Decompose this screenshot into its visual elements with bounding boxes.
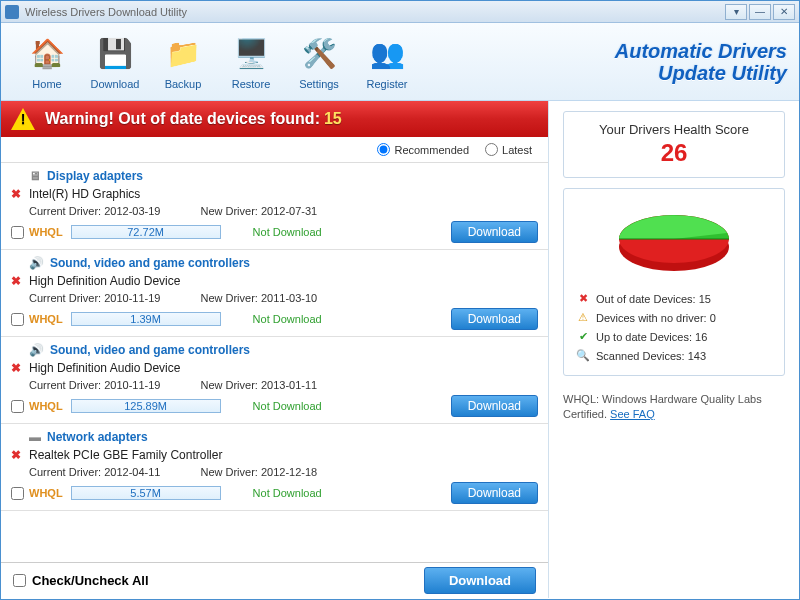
current-driver: Current Driver: 2010-11-19 — [29, 379, 160, 391]
pie-chart — [609, 207, 739, 277]
radio-latest[interactable]: Latest — [485, 143, 532, 156]
device-checkbox[interactable] — [11, 487, 24, 500]
device-dates: Current Driver: 2012-04-11New Driver: 20… — [11, 466, 538, 478]
current-driver: Current Driver: 2010-11-19 — [29, 292, 160, 304]
download-label: Download — [91, 78, 140, 90]
category-label: Network adapters — [47, 430, 148, 444]
titlebar: Wireless Drivers Download Utility ▾ — ✕ — [1, 1, 799, 23]
download-button[interactable]: 💾Download — [81, 34, 149, 90]
filter-bar: Recommended Latest — [1, 137, 548, 163]
device-name: High Definition Audio Device — [29, 361, 180, 375]
restore-button[interactable]: 🖥️Restore — [217, 34, 285, 90]
restore-label: Restore — [232, 78, 271, 90]
whql-badge: WHQL — [29, 487, 63, 499]
backup-label: Backup — [165, 78, 202, 90]
restore-icon: 🖥️ — [231, 34, 271, 74]
download-icon: 💾 — [95, 34, 135, 74]
category-icon: 🔊 — [29, 256, 44, 270]
whql-badge: WHQL — [29, 313, 63, 325]
check-icon: ✔ — [576, 330, 590, 343]
device-name: Intel(R) HD Graphics — [29, 187, 140, 201]
settings-label: Settings — [299, 78, 339, 90]
register-label: Register — [367, 78, 408, 90]
right-pane: Your Drivers Health Score 26 ✖Out of dat… — [549, 101, 799, 598]
whql-note: WHQL: Windows Hardware Quality Labs Cert… — [563, 392, 785, 423]
stat-outofdate-text: Out of date Devices: 15 — [596, 293, 711, 305]
radio-latest-input[interactable] — [485, 143, 498, 156]
warning-icon: ⚠ — [576, 311, 590, 324]
device-item: ▬Network adapters✖Realtek PCIe GBE Famil… — [1, 424, 548, 511]
new-driver: New Driver: 2012-12-18 — [200, 466, 317, 478]
register-button[interactable]: 👥Register — [353, 34, 421, 90]
download-all-button[interactable]: Download — [424, 567, 536, 594]
device-item: 🖥Display adapters✖Intel(R) HD GraphicsCu… — [1, 163, 548, 250]
current-driver: Current Driver: 2012-03-19 — [29, 205, 160, 217]
download-status: Not Download — [253, 400, 322, 412]
device-dates: Current Driver: 2010-11-19New Driver: 20… — [11, 292, 538, 304]
device-dates: Current Driver: 2012-03-19New Driver: 20… — [11, 205, 538, 217]
minimize-button[interactable]: — — [749, 4, 771, 20]
device-category: ▬Network adapters — [11, 430, 538, 444]
faq-link[interactable]: See FAQ — [610, 408, 655, 420]
download-item-button[interactable]: Download — [451, 221, 538, 243]
left-pane: ! Warning! Out of date devices found: 15… — [1, 101, 549, 598]
device-list[interactable]: 🖥Display adapters✖Intel(R) HD GraphicsCu… — [1, 163, 548, 562]
check-all[interactable]: Check/Uncheck All — [13, 573, 149, 588]
download-item-button[interactable]: Download — [451, 308, 538, 330]
window-title: Wireless Drivers Download Utility — [25, 6, 723, 18]
settings-icon: 🛠️ — [299, 34, 339, 74]
warning-text: Warning! Out of date devices found: — [45, 110, 320, 128]
close-button[interactable]: ✕ — [773, 4, 795, 20]
home-icon: 🏠 — [27, 34, 67, 74]
toolbar: 🏠Home 💾Download 📁Backup 🖥️Restore 🛠️Sett… — [1, 23, 799, 101]
size-bar: 72.72M — [71, 225, 221, 239]
device-checkbox[interactable] — [11, 400, 24, 413]
stat-uptodate: ✔Up to date Devices: 16 — [576, 327, 772, 346]
whql-badge: WHQL — [29, 400, 63, 412]
stat-scanned-text: Scanned Devices: 143 — [596, 350, 706, 362]
stat-nodriver-text: Devices with no driver: 0 — [596, 312, 716, 324]
outdated-icon: ✖ — [11, 448, 21, 462]
download-item-button[interactable]: Download — [451, 482, 538, 504]
app-icon — [5, 5, 19, 19]
whql-note-text: WHQL: Windows Hardware Quality Labs Cert… — [563, 393, 762, 420]
stats-list: ✖Out of date Devices: 15 ⚠Devices with n… — [576, 289, 772, 365]
stat-scanned: 🔍Scanned Devices: 143 — [576, 346, 772, 365]
size-bar: 125.89M — [71, 399, 221, 413]
warning-banner: ! Warning! Out of date devices found: 15 — [1, 101, 548, 137]
backup-icon: 📁 — [163, 34, 203, 74]
brand-text: Automatic Drivers Update Utility — [615, 40, 787, 84]
radio-recommended-input[interactable] — [377, 143, 390, 156]
download-status: Not Download — [253, 226, 322, 238]
device-name-row: ✖Intel(R) HD Graphics — [11, 187, 538, 201]
content: ! Warning! Out of date devices found: 15… — [1, 101, 799, 598]
outdated-icon: ✖ — [11, 187, 21, 201]
stats-panel: ✖Out of date Devices: 15 ⚠Devices with n… — [563, 188, 785, 376]
radio-recommended[interactable]: Recommended — [377, 143, 469, 156]
register-icon: 👥 — [367, 34, 407, 74]
sysmenu-button[interactable]: ▾ — [725, 4, 747, 20]
brand-line2: Update Utility — [615, 62, 787, 84]
device-row2: WHQL72.72MNot DownloadDownload — [11, 221, 538, 243]
outdated-icon: ✖ — [11, 361, 21, 375]
stat-nodriver: ⚠Devices with no driver: 0 — [576, 308, 772, 327]
home-button[interactable]: 🏠Home — [13, 34, 81, 90]
backup-button[interactable]: 📁Backup — [149, 34, 217, 90]
category-label: Display adapters — [47, 169, 143, 183]
device-checkbox[interactable] — [11, 226, 24, 239]
new-driver: New Driver: 2011-03-10 — [200, 292, 317, 304]
whql-badge: WHQL — [29, 226, 63, 238]
radio-recommended-label: Recommended — [394, 144, 469, 156]
device-name-row: ✖High Definition Audio Device — [11, 361, 538, 375]
device-name: High Definition Audio Device — [29, 274, 180, 288]
download-item-button[interactable]: Download — [451, 395, 538, 417]
device-category: 🔊Sound, video and game controllers — [11, 256, 538, 270]
warning-count: 15 — [324, 110, 342, 128]
device-name-row: ✖High Definition Audio Device — [11, 274, 538, 288]
device-checkbox[interactable] — [11, 313, 24, 326]
health-title: Your Drivers Health Score — [576, 122, 772, 137]
list-footer: Check/Uncheck All Download — [1, 562, 548, 598]
radio-latest-label: Latest — [502, 144, 532, 156]
check-all-input[interactable] — [13, 574, 26, 587]
settings-button[interactable]: 🛠️Settings — [285, 34, 353, 90]
